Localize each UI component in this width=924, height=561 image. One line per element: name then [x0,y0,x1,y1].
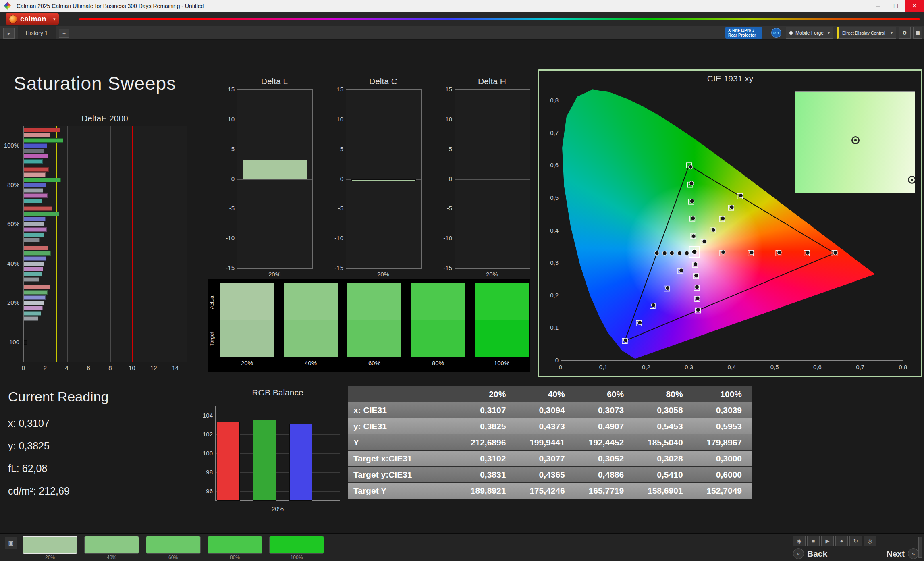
bottom-swatch[interactable]: 60% [146,536,201,560]
value-cell: 152,7049 [694,483,752,499]
swatch-label: 20% [220,359,274,366]
back-icon[interactable]: « [793,548,804,559]
grid-line [455,150,530,150]
y-tick-label: 0,6 [542,162,559,168]
stop-icon[interactable]: ■ [807,536,820,546]
bar-group [24,205,187,244]
x-tick-label: 12 [150,364,157,371]
bottom-swatch-chip[interactable] [269,536,324,554]
swatch-target [475,320,529,357]
measured-point-circle [696,296,700,300]
deltae-2000-chart: DeltaE 2000 100%80%60%40%20%100 02468101… [8,114,201,376]
bottom-swatch[interactable]: 40% [84,536,139,560]
y-tick-label: 102 [197,431,213,438]
table-row: y: CIE310,38250,43730,49070,54530,5953 [348,418,752,434]
swatch-pair [475,283,529,357]
measured-point-circle [721,216,725,220]
transport-buttons: ◉■▶●↻◎ [793,536,876,546]
layout-button[interactable]: ▤ [913,27,922,39]
deltae-bar [24,316,38,321]
x-tick-label: 0 [559,364,562,370]
bar-group [24,244,187,284]
deltae-bar [24,172,46,177]
value-cell: 0,3028 [634,451,693,467]
delta-lch-charts: Delta L151050-5-10-1520%Delta C151050-5-… [210,77,540,278]
record-icon[interactable]: ● [835,536,848,546]
value-cell: 0,3077 [516,451,575,467]
tab-history-1[interactable]: History 1 [18,26,56,39]
table-header-cell: 20% [457,386,516,402]
value-cell: 0,3052 [575,451,634,467]
bar-group [24,283,187,323]
delta-bar [243,160,307,179]
y-tick-label: 0,4 [542,227,559,234]
deltae-bar [24,212,59,216]
next-button[interactable]: Next [886,549,905,559]
play-icon[interactable]: ▶ [821,536,834,546]
calman-logo-text: calman [20,15,46,23]
measurement-table-grid: 20%40%60%80%100%x: CIE310,31070,30940,30… [348,386,752,499]
deltae-plot-area [23,126,187,362]
settings-button[interactable]: ⚙ [899,27,911,39]
bar-group [24,166,187,205]
bottom-swatch-chip[interactable] [146,536,201,554]
maximize-button[interactable]: □ [887,0,905,12]
grid-line [346,209,421,209]
back-button[interactable]: Back [807,549,827,559]
title-bar: Calman 2025 Calman Ultimate for Business… [0,0,924,12]
reading-fl: fL: 62,08 [8,457,193,480]
delta-chart: Delta C151050-5-10-1520% [330,77,426,278]
inset-marker-dot [854,139,857,141]
calman-logo-menu[interactable]: calman ▾ [6,13,59,25]
deltae-bar [24,238,40,242]
x-tick-label: 2 [44,364,47,371]
bottom-swatch-label: 100% [269,555,324,560]
target-row-label: Target [209,323,215,355]
measured-point-circle [695,285,699,289]
bottom-swatch-chip[interactable] [23,536,77,554]
close-button[interactable]: × [905,0,924,12]
bottom-swatch[interactable]: 80% [208,536,262,560]
swatch-comparison-panel: Actual Target 20%40%60%80%100% [208,279,530,372]
minimize-button[interactable]: – [869,0,887,12]
panel-handle[interactable] [918,537,922,558]
y-tick-label: -10 [330,235,343,241]
bottom-swatch[interactable]: 20% [23,536,77,560]
swatch-actual [284,283,338,320]
meter-selector[interactable]: X-Rite i1Pro 3 Rear Projector [725,27,762,39]
y-tick-label: 100% [8,126,22,165]
add-tab-button[interactable]: + [59,29,69,38]
value-cell: 0,5410 [634,467,693,483]
swatch-target [347,320,401,357]
y-tick-label: 98 [197,469,213,476]
capture-button[interactable]: ▣ [5,537,17,549]
chevron-down-icon[interactable]: ▾ [50,17,56,22]
y-tick-label: 0,8 [542,97,559,104]
deltae-bar [24,306,43,310]
bottom-swatch-chip[interactable] [208,536,262,554]
value-cell: 199,9441 [516,434,575,451]
bottom-swatch[interactable]: 100% [269,536,324,560]
source-selector[interactable]: Mobile Forge ▾ [786,27,833,39]
power-icon[interactable]: ◎ [864,536,876,546]
value-cell: 0,3000 [694,451,752,467]
refresh-icon[interactable]: ↻ [849,536,862,546]
x-tick-label: 0,3 [685,364,693,370]
x-tick-label: 20% [346,271,421,278]
history-panel-toggle[interactable]: ▸ [3,28,15,39]
y-tick-label: 60% [8,204,22,244]
bottom-swatch-chip[interactable] [84,536,139,554]
delta-plot-area [455,89,530,269]
measured-point-circle [696,308,700,312]
display-control-selector[interactable]: Direct Display Control ▾ [837,27,896,39]
value-cell: 0,4365 [516,467,575,483]
value-cell: 0,4886 [575,467,634,483]
measured-point-circle [689,165,693,169]
y-tick-label: 0,7 [542,129,559,136]
camera-icon[interactable]: ◉ [793,536,806,546]
app-icon [4,2,11,9]
next-icon[interactable]: » [908,548,919,559]
y-tick-label: 20% [8,283,22,322]
grid-line [346,150,421,150]
delta-chart-title: Delta L [237,77,312,86]
